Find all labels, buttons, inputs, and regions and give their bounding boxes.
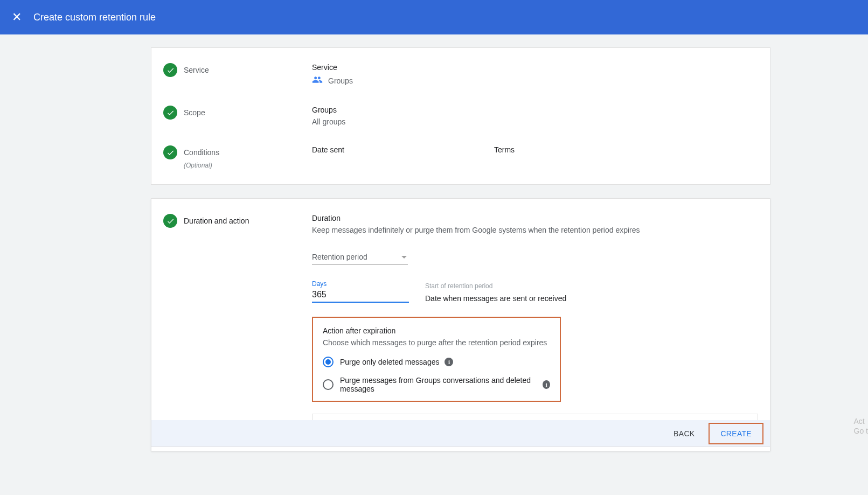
- radio-icon: [323, 379, 334, 390]
- check-icon: [163, 214, 177, 228]
- radio-purge-deleted[interactable]: Purge only deleted messages i: [323, 357, 550, 367]
- duration-title: Duration: [312, 214, 758, 222]
- step-label: Duration and action: [184, 214, 249, 228]
- truncated-watermark: Act Go t: [854, 416, 868, 436]
- step-label: Service: [184, 63, 209, 77]
- action-title: Action after expiration: [323, 326, 550, 335]
- days-label: Days: [312, 280, 409, 288]
- field-title: Service: [312, 63, 758, 72]
- step-label: Conditions: [184, 145, 219, 159]
- action-subtitle: Choose which messages to purge after the…: [323, 338, 550, 347]
- duration-subtitle: Keep messages indefinitely or purge them…: [312, 226, 758, 234]
- check-icon: [163, 63, 177, 77]
- dialog-header: ✕ Create custom retention rule: [0, 0, 868, 34]
- info-icon[interactable]: i: [445, 358, 453, 366]
- info-icon[interactable]: i: [543, 380, 550, 389]
- conditions-date-sent: Date sent: [312, 145, 494, 154]
- start-desc: Date when messages are sent or received: [425, 294, 566, 303]
- step-service[interactable]: Service Service Groups: [151, 59, 770, 101]
- service-value: Groups: [328, 76, 353, 85]
- start-label: Start of retention period: [425, 282, 566, 290]
- dialog-title: Create custom retention rule: [33, 12, 156, 23]
- dialog-footer: BACK CREATE: [151, 420, 770, 447]
- step-duration-card: Duration and action Duration Keep messag…: [151, 198, 770, 451]
- step-optional: (Optional): [184, 162, 219, 169]
- field-title: Groups: [312, 106, 758, 114]
- step-scope[interactable]: Scope Groups All groups: [151, 101, 770, 141]
- check-icon: [163, 106, 177, 120]
- steps-summary-card: Service Service Groups Scope Groups All: [151, 47, 770, 185]
- groups-icon: [312, 75, 323, 86]
- back-button[interactable]: BACK: [663, 424, 705, 443]
- radio-purge-all[interactable]: Purge messages from Groups conversations…: [323, 376, 550, 393]
- days-input[interactable]: [312, 288, 409, 303]
- scope-value: All groups: [312, 117, 758, 126]
- radio-label: Purge messages from Groups conversations…: [340, 376, 537, 393]
- dropdown-label: Retention period: [312, 253, 367, 261]
- retention-period-dropdown[interactable]: Retention period: [312, 249, 408, 265]
- step-label: Scope: [184, 106, 205, 120]
- action-after-expiration-box: Action after expiration Choose which mes…: [312, 317, 561, 402]
- conditions-terms: Terms: [494, 145, 515, 154]
- step-conditions[interactable]: Conditions (Optional) Date sent Terms: [151, 141, 770, 173]
- check-icon: [163, 145, 177, 159]
- radio-label: Purge only deleted messages: [340, 358, 439, 366]
- create-button[interactable]: CREATE: [709, 423, 763, 444]
- radio-icon: [323, 357, 334, 367]
- chevron-down-icon: [401, 256, 407, 259]
- close-icon[interactable]: ✕: [10, 8, 24, 26]
